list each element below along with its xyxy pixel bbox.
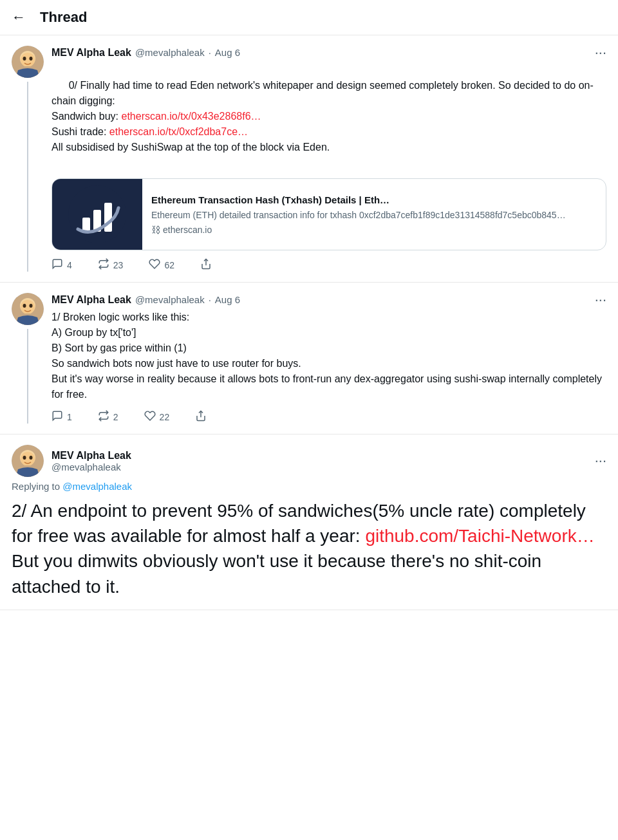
tweet-1-meta: MEV Alpha Leak @mevalphaleak · Aug 6 xyxy=(52,47,240,59)
tweet-3-author-handle[interactable]: @mevalphaleak xyxy=(52,462,131,472)
tweet-1-body: MEV Alpha Leak @mevalphaleak · Aug 6 ···… xyxy=(52,46,606,272)
tweet-2-reply-button[interactable]: 1 xyxy=(52,410,72,424)
tweet-2-header: MEV Alpha Leak @mevalphaleak · Aug 6 ··· xyxy=(52,293,606,307)
tweet-2-date-sep: · xyxy=(209,294,211,305)
tweet-2-like-button[interactable]: 22 xyxy=(144,410,170,424)
back-button[interactable]: ← xyxy=(12,9,26,26)
like-icon-2 xyxy=(144,410,156,424)
thread-line-1 xyxy=(27,82,28,272)
svg-point-21 xyxy=(23,456,26,460)
replying-to-label: Replying to @mevalphaleak xyxy=(12,481,606,492)
tweet-2-retweet-count: 2 xyxy=(113,412,118,422)
tweet-1-sushi-link[interactable]: etherscan.io/tx/0xcf2dba7ce… xyxy=(109,126,248,137)
svg-point-3 xyxy=(23,57,26,61)
thread-header: ← Thread xyxy=(0,0,618,35)
tweet-1-container: MEV Alpha Leak @mevalphaleak · Aug 6 ···… xyxy=(0,35,618,283)
tweet-2-text: 1/ Broken logic works like this: A) Grou… xyxy=(52,310,606,402)
tweet-1-share-button[interactable] xyxy=(200,258,212,272)
svg-point-15 xyxy=(30,304,33,308)
tweet-2-author-handle[interactable]: @mevalphaleak xyxy=(135,294,205,305)
tweet-1-retweet-count: 23 xyxy=(113,260,124,270)
tweet-1-reply-button[interactable]: 4 xyxy=(52,258,72,272)
tweet-1-reply-count: 4 xyxy=(67,260,72,270)
svg-point-4 xyxy=(30,57,33,61)
link-card-domain: ⛓ etherscan.io xyxy=(151,225,566,235)
tweet-3-author-name[interactable]: MEV Alpha Leak xyxy=(52,450,131,462)
tweet-2-body: MEV Alpha Leak @mevalphaleak · Aug 6 ···… xyxy=(52,293,606,424)
tweet-1-date: Aug 6 xyxy=(215,47,240,58)
tweet-1-more-button[interactable]: ··· xyxy=(595,46,606,60)
tweet-3-more-button[interactable]: ··· xyxy=(595,454,606,468)
share-icon xyxy=(200,258,212,272)
tweet-1-like-count: 62 xyxy=(164,260,174,270)
tweet-1-retweet-button[interactable]: 23 xyxy=(98,258,124,272)
tweet-3-header: MEV Alpha Leak @mevalphaleak ··· xyxy=(12,445,606,477)
svg-rect-9 xyxy=(104,203,112,232)
tweet-2-like-count: 22 xyxy=(160,412,170,422)
tweet-2-actions: 1 2 22 xyxy=(52,410,606,424)
link-card-content: Ethereum Transaction Hash (Txhash) Detai… xyxy=(142,179,575,250)
reply-icon-2 xyxy=(52,410,63,424)
svg-point-14 xyxy=(23,304,26,308)
reply-icon xyxy=(52,258,63,272)
avatar-1[interactable] xyxy=(12,46,44,78)
tweet-2-meta: MEV Alpha Leak @mevalphaleak · Aug 6 xyxy=(52,294,240,306)
tweet-3-container: MEV Alpha Leak @mevalphaleak ··· Replyin… xyxy=(0,434,618,610)
link-card-title: Ethereum Transaction Hash (Txhash) Detai… xyxy=(151,194,566,207)
thread-line-2 xyxy=(27,329,28,424)
link-card-desc: Ethereum (ETH) detailed transaction info… xyxy=(151,209,566,222)
retweet-icon-2 xyxy=(98,410,109,424)
tweet-3-meta: MEV Alpha Leak @mevalphaleak xyxy=(52,450,131,472)
tweet-3-github-link[interactable]: github.com/Taichi-Network… xyxy=(365,526,594,546)
svg-point-22 xyxy=(30,456,33,460)
tweet-2-retweet-button[interactable]: 2 xyxy=(98,410,118,424)
tweet-1-date-sep: · xyxy=(209,47,211,58)
avatar-3[interactable] xyxy=(12,445,44,477)
tweet-1-link-card[interactable]: Ethereum Transaction Hash (Txhash) Detai… xyxy=(52,178,606,250)
svg-rect-7 xyxy=(82,218,90,232)
tweet-3-text: 2/ An endpoint to prevent 95% of sandwic… xyxy=(12,498,606,599)
link-card-image xyxy=(52,179,142,250)
tweet-1-like-button[interactable]: 62 xyxy=(149,258,174,272)
tweet-2-reply-count: 1 xyxy=(67,412,72,422)
replying-to-link[interactable]: @mevalphaleak xyxy=(62,481,132,492)
tweet-1-author-name[interactable]: MEV Alpha Leak xyxy=(52,47,131,59)
tweet-1-sandwich-link[interactable]: etherscan.io/tx/0x43e2868f6… xyxy=(122,111,261,122)
avatar-2[interactable] xyxy=(12,293,44,325)
like-icon xyxy=(149,258,160,272)
tweet-1-actions: 4 23 62 xyxy=(52,258,606,272)
tweet-1-text: 0/ Finally had time to read Eden network… xyxy=(52,62,606,171)
avatar-col-1 xyxy=(12,46,44,272)
tweet-1-author-handle[interactable]: @mevalphaleak xyxy=(135,47,205,58)
tweet-2-more-button[interactable]: ··· xyxy=(595,293,606,307)
tweet-2-share-button[interactable] xyxy=(195,410,207,424)
tweet-2-author-name[interactable]: MEV Alpha Leak xyxy=(52,294,131,306)
tweet-1-header: MEV Alpha Leak @mevalphaleak · Aug 6 ··· xyxy=(52,46,606,60)
tweet-2-date: Aug 6 xyxy=(215,294,240,305)
share-icon-2 xyxy=(195,410,207,424)
link-icon: ⛓ xyxy=(151,225,160,235)
page-title: Thread xyxy=(40,9,87,26)
retweet-icon xyxy=(98,258,109,272)
tweet-2-container: MEV Alpha Leak @mevalphaleak · Aug 6 ···… xyxy=(0,283,618,434)
avatar-col-2 xyxy=(12,293,44,424)
